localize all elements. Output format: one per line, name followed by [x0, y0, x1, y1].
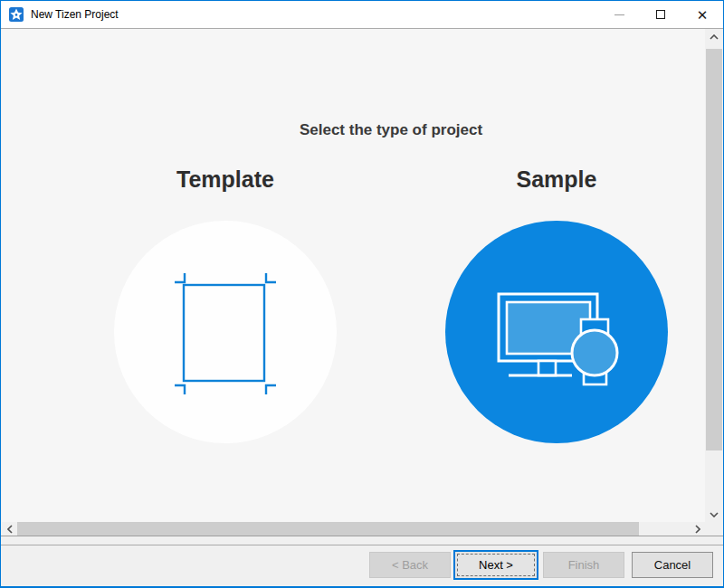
scroll-up-button[interactable]: [705, 29, 723, 44]
chevron-left-icon: [7, 525, 13, 534]
wizard-content: Select the type of project Template Samp…: [2, 29, 705, 522]
scroll-right-button[interactable]: [690, 522, 705, 536]
finish-button[interactable]: Finish: [543, 552, 624, 578]
back-button[interactable]: < Back: [369, 552, 451, 578]
cancel-button[interactable]: Cancel: [632, 552, 713, 578]
vertical-scrollbar[interactable]: [705, 29, 723, 522]
page-title: Select the type of project: [210, 121, 572, 139]
template-crop-marks-icon: [114, 221, 337, 443]
sample-option-button[interactable]: [445, 221, 668, 443]
button-bar: < Back Next > Finish Cancel: [1, 545, 723, 586]
chevron-up-icon: [710, 34, 719, 40]
maximize-icon: [656, 10, 665, 19]
next-button[interactable]: Next >: [453, 550, 538, 580]
wizard-window: New Tizen Project ✕ Select the type of p…: [0, 0, 724, 588]
maximize-button[interactable]: [640, 1, 681, 28]
sample-option-label: Sample: [445, 166, 668, 193]
scroll-left-button[interactable]: [2, 522, 17, 536]
next-button-focus-rect: Next >: [457, 554, 535, 576]
window-title: New Tizen Project: [31, 8, 119, 21]
chevron-down-icon: [710, 512, 719, 517]
horizontal-scrollbar-thumb[interactable]: [17, 522, 639, 536]
tizen-logo-icon: [9, 7, 24, 22]
titlebar: New Tizen Project ✕: [1, 1, 723, 28]
close-icon: ✕: [697, 8, 709, 22]
scroll-down-button[interactable]: [705, 507, 723, 522]
template-option-button[interactable]: [114, 221, 337, 443]
minimize-icon: [614, 14, 624, 15]
window-controls: ✕: [598, 1, 723, 28]
content-bottom-border: [1, 536, 723, 536]
chevron-right-icon: [695, 525, 700, 534]
template-option-label: Template: [114, 166, 337, 193]
vertical-scrollbar-thumb[interactable]: [706, 49, 722, 450]
close-button[interactable]: ✕: [681, 1, 723, 28]
monitor-and-watch-icon: [445, 221, 668, 443]
minimize-button[interactable]: [598, 1, 640, 28]
horizontal-scrollbar[interactable]: [2, 522, 705, 536]
